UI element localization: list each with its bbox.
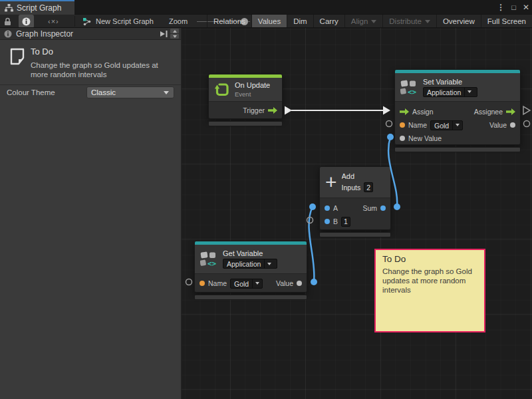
node-add[interactable]: + Add Inputs 2 A Sum [319,166,391,237]
tab-strip: Script Graph ⋮ □ ✕ [0,0,532,15]
assign-port-label: Assign [412,108,434,116]
align-dropdown[interactable]: Align [344,15,383,28]
code-preview-toggle[interactable]: ‹×› [48,15,59,28]
divider [0,84,181,85]
dim-button[interactable]: Dim [287,15,313,28]
connection-endpoint[interactable] [387,134,394,140]
value-output-port[interactable] [510,122,515,128]
scroll-down-button[interactable] [170,34,179,39]
chevron-down-icon [255,282,259,285]
name-input-port[interactable] [400,122,405,128]
carry-button[interactable]: Carry [313,15,344,28]
script-graph-icon [5,4,13,12]
add-icon: + [325,174,337,191]
sum-output-port[interactable] [380,205,386,211]
node-resize-handle[interactable] [208,121,283,126]
toolbar-separator [74,16,75,27]
flow-end-arrow [383,106,390,115]
on-update-event-icon [214,82,230,98]
full-screen-button[interactable]: Full Screen [481,15,532,28]
node-resize-handle[interactable] [319,232,391,237]
name-port-label: Name [208,279,227,287]
graph-inspector-panel: Graph Inspector To Do Change the graph s… [0,28,182,399]
unconnected-port-setvar-assignee[interactable] [523,106,530,114]
b-input-port[interactable] [325,219,330,224]
graph-canvas[interactable]: On Update Event Trigger [182,28,532,399]
node-resize-handle[interactable] [394,147,521,152]
chevron-down-icon [425,20,430,23]
overview-button[interactable]: Overview [436,15,481,28]
tab-title: Script Graph [17,3,61,13]
node-set-variable[interactable]: <> Set Variable Application [394,69,521,152]
node-title: Get Variable [223,249,277,257]
node-title: Add [342,172,374,180]
b-port-label: B [333,217,338,225]
connection-endpoint[interactable] [394,203,400,210]
sticky-note-title: To Do [382,254,477,264]
info-icon [22,17,31,26]
dock-panel-icon[interactable] [160,30,168,38]
variable-name-dropdown[interactable]: Gold [430,120,463,130]
control-input-port[interactable] [400,108,409,115]
value-connection-getvar-to-add[interactable] [309,207,315,282]
variable-scope-dropdown[interactable]: Application [223,259,277,269]
connection-endpoint[interactable] [311,279,317,285]
unity-script-graph-window: Script Graph ⋮ □ ✕ ‹×› [0,0,532,399]
values-button[interactable]: Values [251,15,287,28]
node-resize-handle[interactable] [194,295,307,300]
variable-scope-dropdown[interactable]: Application [423,87,477,97]
svg-text:<>: <> [207,259,217,267]
name-input-port[interactable] [200,281,205,286]
flow-start-arrow[interactable] [285,106,292,115]
triangle-up-icon [173,30,177,33]
value-output-port[interactable] [297,281,302,286]
new-value-input-port[interactable] [400,136,405,141]
trigger-port-label: Trigger [243,106,265,114]
graph-toolbar: ‹×› New Script Graph Zoom 0.9x Relations… [0,15,532,28]
control-output-port[interactable] [268,107,277,114]
variable-name-dropdown[interactable]: Gold [230,279,263,289]
zoom-label: Zoom [169,15,188,28]
value-port-label: Value [276,279,293,287]
new-script-graph-label[interactable]: New Script Graph [96,15,154,28]
sticky-note[interactable]: To Do Change the graph so Gold updates a… [374,249,485,332]
graph-inspector-header: Graph Inspector [0,28,181,40]
b-value-field[interactable]: 1 [341,217,350,227]
window-menu-icon[interactable]: ⋮ [497,3,505,12]
todo-text: Change the graph so Gold updates at more… [31,61,177,79]
chevron-down-icon [371,20,376,23]
inspector-toggle-button[interactable] [19,15,34,28]
sum-port-label: Sum [362,204,377,212]
node-get-variable[interactable]: <> Get Variable Application Name [194,241,307,300]
distribute-dropdown[interactable]: Distribute [382,15,436,28]
colour-theme-dropdown[interactable]: Classic [86,86,174,98]
node-title: On Update [235,81,270,89]
a-input-port[interactable] [325,205,330,211]
scroll-up-button[interactable] [170,29,179,33]
unconnected-port-setvar-value[interactable] [524,121,530,127]
control-output-port[interactable] [506,108,515,115]
node-subtitle: Event [235,90,270,98]
window-close-icon[interactable]: ✕ [523,3,529,12]
svg-text:<>: <> [408,87,417,95]
unconnected-port-add-b[interactable] [307,217,313,223]
window-controls: ⋮ □ ✕ [497,0,529,15]
node-title: Set Variable [423,78,477,86]
connection-endpoint[interactable] [309,203,316,210]
colour-theme-label: Colour Theme [7,88,55,96]
unconnected-port-getvar-name[interactable] [186,279,192,285]
new-value-port-label: New Value [408,134,442,142]
relations-button[interactable]: Relations [207,15,251,28]
node-on-update[interactable]: On Update Event Trigger [208,74,283,126]
toolbar-button-group: Relations Values Dim Carry Align Distrib… [207,15,532,28]
lock-icon[interactable] [4,15,11,28]
sticky-note-text: Change the graph so Gold updates at more… [382,267,472,295]
chevron-down-icon [164,91,169,94]
chevron-down-icon [267,263,271,265]
unconnected-port-setvar-name[interactable] [386,121,392,127]
tab-script-graph[interactable]: Script Graph [0,0,74,15]
window-maximize-icon[interactable]: □ [511,3,516,11]
inputs-label: Inputs [342,184,361,192]
value-port-label: Value [489,121,507,129]
inputs-count-field[interactable]: 2 [364,182,373,192]
